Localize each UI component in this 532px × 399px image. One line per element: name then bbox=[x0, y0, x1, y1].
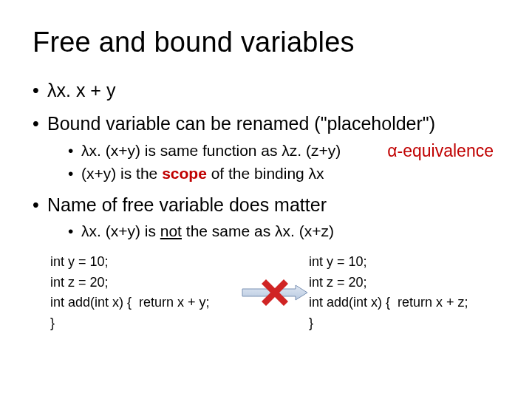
code-block-left: int y = 10; int z = 20; int add(int x) {… bbox=[50, 252, 241, 335]
sublist-bound: λx. (x+y) is same function as λz. (z+y) … bbox=[47, 140, 499, 184]
code-line: int y = 10; bbox=[309, 252, 499, 273]
not-same-a: λx. (x+y) is bbox=[81, 222, 160, 239]
slide: Free and bound variables λx. x + y Bound… bbox=[0, 0, 532, 399]
code-line: int z = 20; bbox=[50, 273, 241, 293]
code-line: int add(int x) { return x + y; bbox=[50, 293, 241, 313]
code-block-right: int y = 10; int z = 20; int add(int x) {… bbox=[309, 252, 499, 335]
code-comparison: int y = 10; int z = 20; int add(int x) {… bbox=[33, 252, 499, 335]
scope-text-a: (x+y) is the bbox=[81, 165, 162, 182]
scope-text-b: of the binding λx bbox=[207, 165, 324, 182]
subbullet-alpha-equiv: λx. (x+y) is same function as λz. (z+y) … bbox=[68, 140, 499, 160]
code-line: } bbox=[309, 313, 499, 334]
svg-marker-1 bbox=[262, 279, 288, 306]
code-line: int add(int x) { return x + z; bbox=[309, 293, 499, 313]
alpha-equiv-text: λx. (x+y) is same function as λz. (z+y) bbox=[81, 142, 341, 159]
code-line: int y = 10; bbox=[50, 252, 241, 273]
code-line: } bbox=[50, 313, 241, 334]
arrow-not-equal bbox=[241, 284, 309, 301]
free-matters-text: Name of free variable does matter bbox=[47, 194, 327, 215]
scope-word: scope bbox=[162, 165, 207, 182]
not-same-b: the same as λx. (x+z) bbox=[182, 222, 334, 239]
bullet-bound-rename: Bound variable can be renamed ("placehol… bbox=[33, 112, 499, 183]
subbullet-not-same: λx. (x+y) is not the same as λx. (x+z) bbox=[68, 221, 499, 241]
code-line: int z = 20; bbox=[309, 273, 499, 293]
bullet-bound-text: Bound variable can be renamed ("placehol… bbox=[47, 113, 435, 134]
not-word: not bbox=[160, 222, 182, 239]
bullet-free-bound-example: λx. x + y bbox=[33, 79, 499, 102]
subbullet-scope: (x+y) is the scope of the binding λx bbox=[68, 163, 499, 183]
sublist-free: λx. (x+y) is not the same as λx. (x+z) bbox=[47, 221, 499, 241]
alpha-equiv-label: α-equivalence bbox=[387, 140, 494, 163]
slide-title: Free and bound variables bbox=[33, 27, 499, 58]
bullet-free-matters: Name of free variable does matter λx. (x… bbox=[33, 194, 499, 242]
bullet-list: λx. x + y Bound variable can be renamed … bbox=[33, 79, 499, 242]
cross-icon bbox=[259, 277, 290, 308]
